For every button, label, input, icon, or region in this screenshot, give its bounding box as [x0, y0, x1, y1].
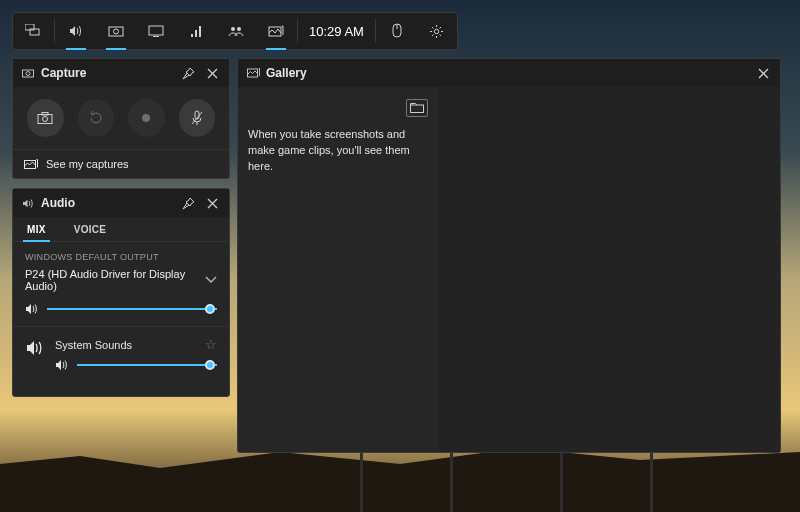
speaker-icon [21, 196, 35, 210]
record-last-button[interactable] [78, 99, 115, 137]
xbox-social-toolbar-button[interactable] [176, 12, 216, 50]
default-output-label: WINDOWS DEFAULT OUTPUT [25, 252, 217, 262]
mouse-toolbar-button[interactable] [377, 12, 417, 50]
capture-panel-title: Capture [41, 66, 86, 80]
gallery-toolbar-button[interactable] [256, 12, 296, 50]
output-device-name: P24 (HD Audio Driver for Display Audio) [25, 268, 205, 292]
gallery-icon [246, 66, 260, 80]
audio-panel-title: Audio [41, 196, 75, 210]
svg-point-3 [114, 29, 119, 34]
mic-toggle-button[interactable] [179, 99, 216, 137]
svg-rect-8 [199, 26, 201, 37]
close-button[interactable] [203, 64, 221, 82]
open-folder-button[interactable] [406, 99, 428, 117]
widgets-menu-button[interactable] [13, 12, 53, 50]
record-dot-icon [142, 114, 150, 122]
svg-rect-19 [42, 112, 48, 115]
svg-point-10 [237, 27, 241, 31]
svg-rect-2 [109, 27, 123, 36]
svg-point-9 [231, 27, 235, 31]
volume-icon[interactable] [25, 303, 39, 315]
system-sounds-label: System Sounds [55, 339, 132, 351]
svg-rect-17 [38, 114, 52, 123]
gallery-panel-title: Gallery [266, 66, 307, 80]
screenshot-button[interactable] [27, 99, 64, 137]
svg-rect-7 [195, 30, 197, 37]
gallery-panel: Gallery When you take screenshots and ma… [237, 58, 781, 453]
pin-button[interactable] [179, 64, 197, 82]
svg-rect-5 [153, 36, 159, 37]
settings-toolbar-button[interactable] [417, 12, 457, 50]
tab-voice[interactable]: VOICE [60, 217, 121, 241]
toolbar-clock: 10:29 AM [299, 24, 374, 39]
svg-rect-6 [191, 34, 193, 37]
camera-icon [21, 66, 35, 80]
svg-rect-4 [149, 26, 163, 35]
gallery-empty-message: When you take screenshots and make game … [248, 127, 428, 175]
gallery-icon [24, 159, 38, 170]
volume-icon[interactable] [55, 359, 69, 371]
game-bar-toolbar: 10:29 AM [12, 12, 458, 50]
capture-toolbar-button[interactable] [96, 12, 136, 50]
svg-point-16 [26, 72, 30, 76]
see-my-captures-link[interactable]: See my captures [13, 149, 229, 178]
master-volume-slider[interactable] [47, 302, 217, 316]
see-my-captures-label: See my captures [46, 158, 129, 170]
pin-button[interactable] [179, 194, 197, 212]
system-sounds-volume-slider[interactable] [77, 358, 217, 372]
audio-toolbar-button[interactable] [56, 12, 96, 50]
looking-for-group-button[interactable] [216, 12, 256, 50]
tab-mix[interactable]: MIX [13, 217, 60, 241]
close-button[interactable] [203, 194, 221, 212]
favorite-star-button[interactable]: ☆ [205, 337, 217, 352]
performance-toolbar-button[interactable] [136, 12, 176, 50]
output-device-dropdown[interactable]: P24 (HD Audio Driver for Display Audio) [25, 262, 217, 300]
svg-point-18 [43, 116, 48, 121]
gallery-preview-area [438, 87, 780, 452]
svg-point-14 [435, 29, 439, 33]
audio-panel: Audio MIX VOICE WINDOWS DEFAULT OUTPUT P… [12, 188, 230, 397]
chevron-down-icon [205, 276, 217, 284]
svg-rect-24 [411, 105, 424, 113]
start-recording-button[interactable] [128, 99, 165, 137]
close-button[interactable] [754, 64, 772, 82]
capture-panel: Capture See my captures [12, 58, 230, 179]
speaker-large-icon [25, 339, 45, 357]
